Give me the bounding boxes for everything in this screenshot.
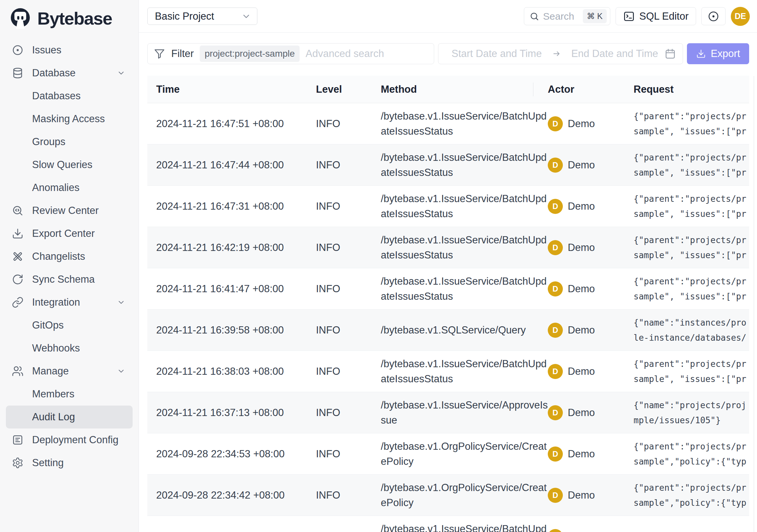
cell-actor: D Demo — [548, 158, 634, 172]
export-label: Export — [711, 48, 740, 60]
method-line-2: ePolicy — [381, 454, 548, 469]
sidebar-item-databases[interactable]: Databases — [0, 84, 138, 108]
sidebar-item-review-center[interactable]: Review Center — [0, 199, 138, 222]
topbar-actions: Search ⌘ K SQL Editor DE — [524, 7, 750, 26]
search-input[interactable]: Search ⌘ K — [524, 7, 610, 25]
sidebar-item-database[interactable]: Database — [0, 62, 138, 84]
cell-method: /bytebase.v1.SQLService/Query — [381, 323, 548, 338]
table-row[interactable]: 2024-09-28 22:34:42 +08:00 INFO /bytebas… — [147, 475, 749, 516]
sidebar-item-label: Members — [32, 388, 74, 400]
table-row[interactable]: 2024-09-28 22:34:53 +08:00 INFO /bytebas… — [147, 433, 749, 475]
refresh-icon — [12, 273, 24, 285]
table-row[interactable]: 2024-11-21 16:39:58 +08:00 INFO /bytebas… — [147, 310, 749, 351]
filter-token-chip[interactable]: project:project-sample — [200, 46, 300, 62]
download-icon — [696, 49, 706, 59]
actor-avatar: D — [548, 529, 563, 532]
document-icon — [12, 434, 24, 446]
request-line-2: sample", "issues":["pr — [634, 371, 749, 387]
table-row[interactable]: 2024-11-21 16:47:31 +08:00 INFO /bytebas… — [147, 186, 749, 227]
cell-level: INFO — [316, 118, 381, 130]
column-header-request: Request — [634, 83, 749, 95]
user-avatar[interactable]: DE — [731, 7, 750, 26]
request-line-1: {"parent":"projects/pr — [634, 480, 749, 495]
sidebar-item-manage[interactable]: Manage — [0, 360, 138, 383]
method-line-1: /bytebase.v1.SQLService/Query — [381, 323, 548, 338]
sidebar-item-changelists[interactable]: Changelists — [0, 245, 138, 268]
sidebar-item-label: GitOps — [32, 319, 64, 331]
sidebar-item-issues[interactable]: Issues — [0, 39, 138, 62]
sidebar-item-webhooks[interactable]: Webhooks — [0, 337, 138, 360]
sidebar-item-deployment-config[interactable]: Deployment Config — [0, 428, 138, 452]
date-range-picker[interactable]: Start Date and Time End Date and Time — [438, 43, 683, 64]
table-row[interactable]: 2024-11-21 16:42:19 +08:00 INFO /bytebas… — [147, 227, 749, 268]
sidebar-item-slow-queries[interactable]: Slow Queries — [0, 153, 138, 176]
sidebar-item-groups[interactable]: Groups — [0, 130, 138, 153]
actor-avatar: D — [548, 199, 563, 214]
export-button[interactable]: Export — [687, 43, 749, 64]
sidebar-item-setting[interactable]: Setting — [0, 452, 138, 474]
actor-name: Demo — [568, 283, 595, 295]
sidebar-item-audit-log[interactable]: Audit Log — [6, 406, 133, 428]
search-placeholder: Search — [543, 11, 574, 22]
app-logo[interactable]: Bytebase — [0, 5, 138, 31]
column-divider[interactable] — [533, 82, 533, 96]
cell-time: 2024-11-21 16:41:47 +08:00 — [156, 283, 316, 295]
cell-time: 2024-11-21 16:37:13 +08:00 — [156, 407, 316, 419]
chevron-down-icon — [117, 367, 125, 375]
link-icon — [12, 297, 24, 308]
sidebar-item-export-center[interactable]: Export Center — [0, 222, 138, 245]
table-row[interactable]: 2024-11-21 16:37:13 +08:00 INFO /bytebas… — [147, 392, 749, 433]
cell-time: 2024-09-28 22:34:42 +08:00 — [156, 489, 316, 501]
table-row[interactable]: /bytebase.v1.IssueService/BatchUpd ateIs… — [147, 516, 749, 532]
sql-editor-button[interactable]: SQL Editor — [616, 7, 696, 25]
cell-actor: D Demo — [548, 240, 634, 255]
sidebar-item-masking-access[interactable]: Masking Access — [0, 108, 138, 130]
request-line-2: mple/issues/105"} — [634, 413, 749, 428]
scrollbar[interactable] — [754, 76, 754, 532]
sidebar-item-label: Groups — [32, 136, 66, 148]
cell-method: /bytebase.v1.IssueService/BatchUpd ateIs… — [381, 191, 548, 221]
actor-avatar: D — [548, 158, 563, 172]
sidebar-item-label: Slow Queries — [32, 159, 92, 171]
cell-time: 2024-11-21 16:38:03 +08:00 — [156, 365, 316, 377]
audit-log-table: Time Level Method Actor Request 2024-11-… — [147, 76, 749, 532]
cell-level: INFO — [316, 283, 381, 295]
cell-request: {"parent":"projects/pr sample", "issues"… — [634, 233, 749, 263]
sidebar-item-label: Masking Access — [32, 113, 105, 125]
project-selector[interactable]: Basic Project — [147, 8, 257, 25]
sidebar-item-gitops[interactable]: GitOps — [0, 314, 138, 337]
request-line-1: {"parent":"projects/pr — [634, 150, 749, 165]
cell-actor: D Demo — [548, 199, 634, 214]
method-line-1: /bytebase.v1.IssueService/BatchUpd — [381, 233, 548, 248]
request-line-2: sample", "issues":["pr — [634, 206, 749, 221]
actor-avatar: D — [548, 405, 563, 420]
sidebar-nav: Issues Database Databases Masking Access… — [0, 39, 138, 474]
request-line-1: {"parent":"projects/pr — [634, 274, 749, 289]
method-line-1: /bytebase.v1.IssueService/BatchUpd — [381, 521, 548, 532]
circle-dot-icon — [708, 11, 719, 22]
actor-name: Demo — [568, 159, 595, 171]
project-selector-value: Basic Project — [155, 11, 214, 22]
filter-search-input[interactable]: Filter project:project-sample Advanced s… — [147, 43, 434, 64]
cell-level: INFO — [316, 448, 381, 460]
request-line-1: {"parent":"projects/pr — [634, 357, 749, 371]
end-date-placeholder: End Date and Time — [571, 48, 658, 60]
chevron-down-icon — [117, 298, 125, 307]
database-icon — [12, 67, 24, 79]
my-issues-button[interactable] — [701, 7, 726, 25]
sidebar-item-label: Setting — [32, 457, 64, 469]
sidebar-item-sync-schema[interactable]: Sync Schema — [0, 268, 138, 291]
table-row[interactable]: 2024-11-21 16:38:03 +08:00 INFO /bytebas… — [147, 351, 749, 392]
sidebar-item-members[interactable]: Members — [0, 383, 138, 406]
table-row[interactable]: 2024-11-21 16:41:47 +08:00 INFO /bytebas… — [147, 268, 749, 310]
cell-level: INFO — [316, 242, 381, 254]
sidebar-item-label: Webhooks — [32, 342, 80, 354]
request-line-2: sample","policy":{"typ — [634, 454, 749, 469]
table-row[interactable]: 2024-11-21 16:47:44 +08:00 INFO /bytebas… — [147, 144, 749, 186]
actor-name: Demo — [568, 489, 595, 501]
sidebar-item-anomalies[interactable]: Anomalies — [0, 176, 138, 199]
method-line-1: /bytebase.v1.IssueService/ApproveIs — [381, 398, 548, 413]
table-header: Time Level Method Actor Request — [147, 76, 749, 103]
sidebar-item-integration[interactable]: Integration — [0, 291, 138, 314]
table-row[interactable]: 2024-11-21 16:47:51 +08:00 INFO /bytebas… — [147, 103, 749, 144]
